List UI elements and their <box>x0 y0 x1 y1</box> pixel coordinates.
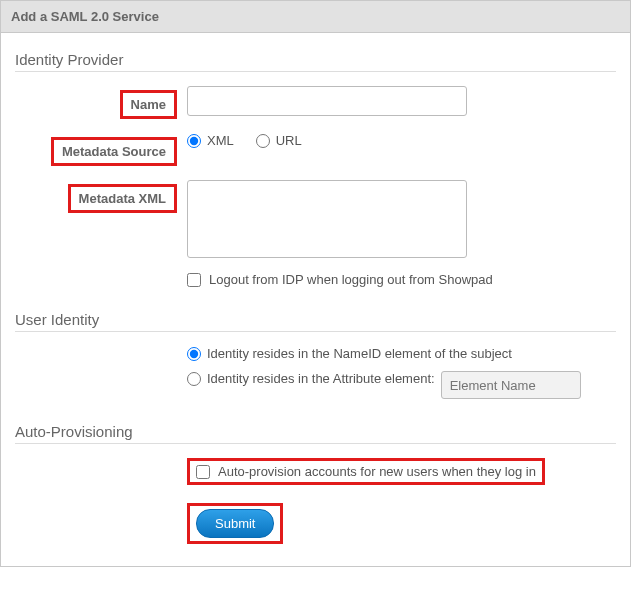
attribute-element-name-input[interactable] <box>441 371 581 399</box>
radio-option-attribute[interactable]: Identity resides in the Attribute elemen… <box>187 371 435 386</box>
label-name: Name <box>120 90 177 119</box>
radio-option-url[interactable]: URL <box>256 133 302 148</box>
dialog-body: Identity Provider Name Metadata Source X… <box>1 33 630 566</box>
radio-url-label: URL <box>276 133 302 148</box>
name-input[interactable] <box>187 86 467 116</box>
highlight-submit: Submit <box>187 503 283 544</box>
row-name: Name <box>15 86 616 119</box>
radio-nameid-label: Identity resides in the NameID element o… <box>207 346 512 361</box>
row-auto-provision: Auto-provision accounts for new users wh… <box>15 458 616 485</box>
section-title-idp: Identity Provider <box>15 51 616 68</box>
checkbox-auto-provision-label: Auto-provision accounts for new users wh… <box>218 464 536 479</box>
checkbox-logout-idp-label: Logout from IDP when logging out from Sh… <box>209 272 493 287</box>
highlight-auto-provision: Auto-provision accounts for new users wh… <box>187 458 545 485</box>
radio-attribute-label: Identity resides in the Attribute elemen… <box>207 371 435 386</box>
dialog-add-saml-service: Add a SAML 2.0 Service Identity Provider… <box>0 0 631 567</box>
row-logout-option: Logout from IDP when logging out from Sh… <box>15 272 616 287</box>
row-identity-nameid: Identity resides in the NameID element o… <box>15 346 616 361</box>
row-metadata-xml: Metadata XML <box>15 180 616 258</box>
row-metadata-source: Metadata Source XML URL <box>15 133 616 166</box>
metadata-xml-textarea[interactable] <box>187 180 467 258</box>
section-title-auto-provisioning: Auto-Provisioning <box>15 423 616 440</box>
checkbox-logout-idp-input[interactable] <box>187 273 201 287</box>
radio-xml[interactable] <box>187 134 201 148</box>
radio-option-nameid[interactable]: Identity resides in the NameID element o… <box>187 346 512 361</box>
radio-xml-label: XML <box>207 133 234 148</box>
row-submit: Submit <box>15 503 616 544</box>
row-identity-attribute: Identity resides in the Attribute elemen… <box>15 371 616 399</box>
radio-nameid[interactable] <box>187 347 201 361</box>
section-title-user-identity: User Identity <box>15 311 616 328</box>
radio-attribute[interactable] <box>187 372 201 386</box>
divider <box>15 71 616 72</box>
label-metadata-xml: Metadata XML <box>68 184 177 213</box>
divider <box>15 331 616 332</box>
submit-button[interactable]: Submit <box>196 509 274 538</box>
checkbox-logout-idp[interactable]: Logout from IDP when logging out from Sh… <box>187 272 493 287</box>
label-metadata-source: Metadata Source <box>51 137 177 166</box>
dialog-title: Add a SAML 2.0 Service <box>1 1 630 33</box>
radio-url[interactable] <box>256 134 270 148</box>
divider <box>15 443 616 444</box>
radio-option-xml[interactable]: XML <box>187 133 234 148</box>
checkbox-auto-provision-input[interactable] <box>196 465 210 479</box>
checkbox-auto-provision[interactable]: Auto-provision accounts for new users wh… <box>196 464 536 479</box>
